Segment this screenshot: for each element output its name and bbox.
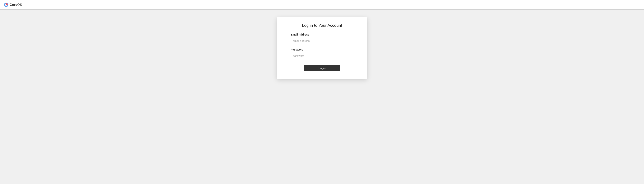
login-form: Email Address Password Login <box>281 33 363 71</box>
coreos-logo-icon <box>4 3 8 7</box>
brand-text: CoreOS <box>10 3 22 7</box>
password-label: Password <box>291 48 353 51</box>
email-field-group: Email Address <box>291 33 353 44</box>
main-content: Log in to Your Account Email Address Pas… <box>0 10 644 79</box>
brand-text-bold: Core <box>10 3 17 7</box>
login-title: Log in to Your Account <box>281 23 363 28</box>
password-field-group: Password <box>291 48 353 59</box>
login-card: Log in to Your Account Email Address Pas… <box>277 17 367 79</box>
brand-text-light: OS <box>17 3 22 7</box>
email-label: Email Address <box>291 33 353 36</box>
login-button[interactable]: Login <box>304 65 340 71</box>
password-input[interactable] <box>291 53 335 59</box>
brand-logo[interactable]: CoreOS <box>4 3 22 7</box>
email-input[interactable] <box>291 38 335 44</box>
header-bar: CoreOS <box>0 0 644 10</box>
